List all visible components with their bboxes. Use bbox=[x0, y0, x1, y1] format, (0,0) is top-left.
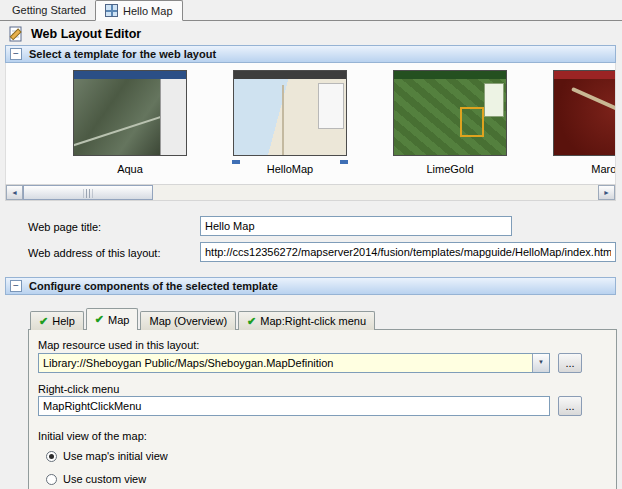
browse-rightclick-menu-button[interactable]: ... bbox=[558, 396, 582, 416]
tab-label: Help bbox=[52, 315, 75, 327]
template-name: Aqua bbox=[72, 163, 188, 175]
scroll-left-icon[interactable]: ◄ bbox=[6, 185, 23, 200]
template-preview-image[interactable] bbox=[73, 70, 187, 156]
thumbnail-art-layer bbox=[234, 71, 346, 79]
configure-section-header: − Configure components of the selected t… bbox=[5, 277, 616, 295]
thumbnail-art-layer bbox=[394, 71, 506, 79]
rightclick-menu-label: Right-click menu bbox=[38, 383, 119, 395]
radio-dot bbox=[49, 454, 54, 459]
tab-hello-map[interactable]: Hello Map bbox=[95, 0, 183, 21]
template-preview-image[interactable] bbox=[553, 70, 616, 156]
map-resource-value: Library://Sheboygan Public/Maps/Sheboyga… bbox=[43, 357, 333, 369]
page-title: Web Layout Editor bbox=[31, 27, 141, 41]
tab-label: Getting Started bbox=[12, 4, 86, 16]
thumbnail-art-layer bbox=[554, 71, 616, 79]
template-item-aqua[interactable]: Aqua bbox=[72, 70, 188, 175]
collapse-icon[interactable]: − bbox=[10, 280, 22, 292]
web-address-input[interactable] bbox=[200, 242, 616, 262]
tab-map[interactable]: ✔ Map bbox=[86, 308, 139, 330]
configure-section-title: Configure components of the selected tem… bbox=[29, 280, 278, 292]
web-address-label: Web address of this layout: bbox=[28, 247, 160, 259]
radio-selected-icon[interactable] bbox=[46, 451, 57, 462]
template-name: LimeGold bbox=[392, 163, 508, 175]
radio-use-custom-view[interactable]: Use custom view bbox=[46, 473, 146, 485]
check-icon: ✔ bbox=[95, 314, 104, 325]
selection-handle bbox=[232, 160, 240, 164]
thumbnail-art-layer bbox=[484, 83, 504, 117]
scroll-right-icon[interactable]: ► bbox=[598, 185, 615, 200]
scrollbar-grip-icon bbox=[84, 189, 93, 198]
map-icon bbox=[105, 4, 118, 17]
edit-page-icon bbox=[8, 26, 24, 42]
template-name: Maroon bbox=[552, 163, 616, 175]
template-name: HelloMap bbox=[232, 163, 348, 175]
thumbnail-art-layer bbox=[282, 85, 284, 155]
web-page-title-label: Web page title: bbox=[28, 221, 101, 233]
tab-map-overview[interactable]: Map (Overview) bbox=[140, 311, 236, 330]
template-preview-image[interactable] bbox=[233, 70, 347, 156]
template-thumbnail-strip: Aqua HelloMap LimeGold bbox=[6, 70, 616, 175]
collapse-icon[interactable]: − bbox=[10, 48, 22, 60]
thumbnail-art-layer bbox=[160, 79, 186, 155]
radio-use-map-initial-view[interactable]: Use map's initial view bbox=[46, 450, 168, 462]
tab-help[interactable]: ✔ Help bbox=[30, 311, 84, 330]
template-preview-image[interactable] bbox=[393, 70, 507, 156]
template-item-maroon[interactable]: Maroon bbox=[552, 70, 616, 175]
tab-label: Hello Map bbox=[123, 5, 173, 17]
initial-view-label: Initial view of the map: bbox=[38, 430, 147, 442]
template-item-hellomap[interactable]: HelloMap bbox=[232, 70, 348, 175]
template-section-title: Select a template for the web layout bbox=[29, 48, 216, 60]
tab-label: Map (Overview) bbox=[149, 315, 227, 327]
check-icon: ✔ bbox=[247, 316, 256, 327]
chevron-down-icon[interactable]: ▼ bbox=[532, 354, 549, 372]
tab-label: Map:Right-click menu bbox=[260, 315, 366, 327]
thumbnail-art-layer bbox=[460, 107, 484, 137]
map-resource-combobox[interactable]: Library://Sheboygan Public/Maps/Sheboyga… bbox=[38, 353, 550, 373]
tab-getting-started[interactable]: Getting Started bbox=[3, 0, 95, 20]
rightclick-menu-input[interactable] bbox=[38, 396, 550, 416]
page-title-row: Web Layout Editor bbox=[8, 26, 141, 42]
thumbnail-art-layer bbox=[571, 87, 616, 127]
thumbnail-art-layer bbox=[74, 71, 186, 79]
template-section-header: − Select a template for the web layout bbox=[5, 45, 616, 63]
web-page-title-input[interactable] bbox=[200, 216, 512, 236]
browse-map-resource-button[interactable]: ... bbox=[558, 353, 582, 373]
document-tab-bar: Getting Started Hello Map bbox=[0, 0, 622, 21]
component-tab-strip: ✔ Help ✔ Map Map (Overview) ✔ Map:Right-… bbox=[30, 308, 377, 330]
template-item-limegold[interactable]: LimeGold bbox=[392, 70, 508, 175]
map-resource-label: Map resource used in this layout: bbox=[38, 339, 199, 351]
template-gallery: Aqua HelloMap LimeGold bbox=[5, 63, 616, 184]
check-icon: ✔ bbox=[39, 316, 48, 327]
selection-handle bbox=[340, 160, 348, 164]
tab-map-rightclick-menu[interactable]: ✔ Map:Right-click menu bbox=[238, 311, 375, 330]
tab-label: Map bbox=[108, 314, 129, 326]
gallery-horizontal-scrollbar[interactable]: ◄ ► bbox=[5, 184, 616, 201]
scrollbar-thumb[interactable] bbox=[23, 185, 153, 200]
radio-label: Use custom view bbox=[63, 473, 146, 485]
radio-label: Use map's initial view bbox=[63, 450, 168, 462]
map-tab-page: Map resource used in this layout: Librar… bbox=[28, 329, 617, 489]
radio-unselected-icon[interactable] bbox=[46, 474, 57, 485]
web-layout-editor-screen: Getting Started Hello Map Web Layout Edi… bbox=[0, 0, 622, 489]
thumbnail-art-layer bbox=[318, 83, 344, 129]
